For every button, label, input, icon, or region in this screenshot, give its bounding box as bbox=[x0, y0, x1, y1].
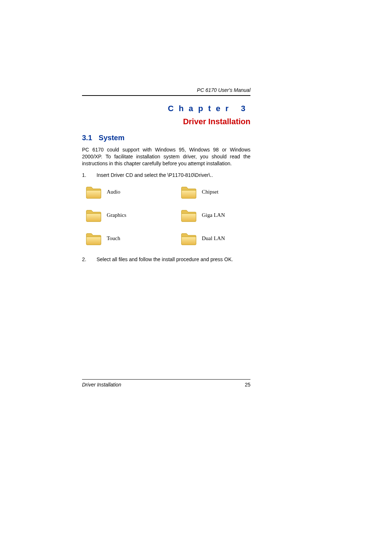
folder-dual-lan[interactable]: Dual LAN bbox=[181, 232, 250, 246]
step-text: Select all files and follow the install … bbox=[97, 256, 250, 262]
folder-graphics[interactable]: Graphics bbox=[86, 208, 155, 222]
folder-label: Touch bbox=[107, 235, 120, 242]
folder-label: Graphics bbox=[107, 212, 126, 218]
folder-audio[interactable]: Audio bbox=[86, 185, 155, 199]
folder-label: Dual LAN bbox=[202, 235, 225, 242]
folder-icon bbox=[181, 232, 197, 246]
folder-icon bbox=[181, 185, 197, 199]
folder-label: Giga LAN bbox=[202, 212, 225, 218]
step-number: 2. bbox=[82, 256, 97, 262]
section-title: System bbox=[99, 134, 124, 142]
folder-touch[interactable]: Touch bbox=[86, 232, 155, 246]
chapter-label: Chapter 3 bbox=[82, 104, 250, 113]
step-text: Insert Driver CD and select the \P1170-8… bbox=[97, 172, 250, 178]
folder-icon bbox=[86, 232, 102, 246]
chapter-title: Driver Installation bbox=[82, 117, 250, 126]
folder-icon bbox=[181, 208, 197, 222]
section-heading: 3.1System bbox=[82, 134, 250, 142]
step-number: 1. bbox=[82, 172, 97, 178]
folder-giga-lan[interactable]: Giga LAN bbox=[181, 208, 250, 222]
intro-paragraph: PC 6170 could support with Windows 95, W… bbox=[82, 146, 250, 167]
folder-grid: Audio Chipset bbox=[82, 185, 250, 246]
header-manual-title: PC 6170 User's Manual bbox=[82, 87, 250, 96]
folder-chipset[interactable]: Chipset bbox=[181, 185, 250, 199]
footer-section-name: Driver Installation bbox=[82, 382, 121, 388]
page-footer: Driver Installation 25 bbox=[82, 379, 250, 388]
footer-page-number: 25 bbox=[245, 382, 250, 388]
step-2: 2. Select all files and follow the insta… bbox=[82, 256, 250, 262]
folder-icon bbox=[86, 185, 102, 199]
step-1: 1. Insert Driver CD and select the \P117… bbox=[82, 172, 250, 178]
folder-icon bbox=[86, 208, 102, 222]
folder-label: Chipset bbox=[202, 189, 219, 195]
folder-label: Audio bbox=[107, 189, 121, 195]
section-number: 3.1 bbox=[82, 134, 92, 142]
